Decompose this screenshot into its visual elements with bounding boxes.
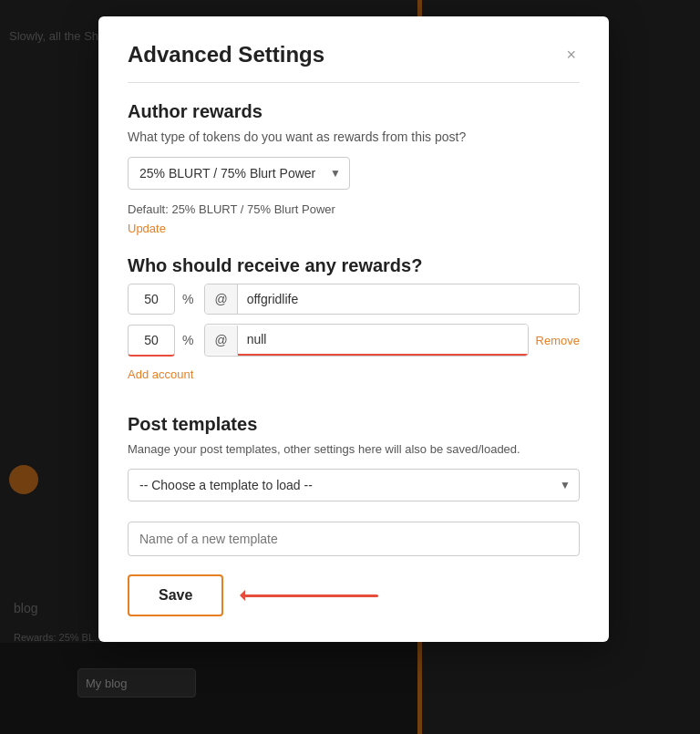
modal-title: Advanced Settings bbox=[128, 42, 324, 67]
percent-input-1[interactable] bbox=[128, 284, 175, 315]
rewards-dropdown[interactable]: 25% BLURT / 75% Blurt Power 100% Blurt P… bbox=[128, 157, 350, 190]
save-button[interactable]: Save bbox=[128, 574, 223, 616]
at-symbol-2: @ bbox=[205, 326, 237, 355]
recipients-title: Who should receive any rewards? bbox=[128, 255, 580, 276]
author-rewards-title: Author rewards bbox=[128, 101, 580, 122]
template-name-input[interactable] bbox=[128, 522, 580, 556]
percent-input-2[interactable] bbox=[128, 325, 175, 357]
recipients-section: Who should receive any rewards? % @ % @ … bbox=[128, 255, 580, 399]
rewards-dropdown-wrapper: 25% BLURT / 75% Blurt Power 100% Blurt P… bbox=[128, 157, 350, 190]
post-templates-section: Post templates Manage your post template… bbox=[128, 414, 580, 556]
recipient-row-1: % @ bbox=[128, 284, 580, 315]
percent-label-2: % bbox=[182, 333, 193, 347]
percent-label-1: % bbox=[182, 292, 193, 306]
modal-header: Advanced Settings × bbox=[128, 42, 580, 67]
template-dropdown[interactable]: -- Choose a template to load -- bbox=[128, 469, 580, 501]
account-input-wrapper-2: @ bbox=[204, 324, 528, 357]
modal-divider bbox=[128, 82, 580, 83]
close-button[interactable]: × bbox=[562, 43, 580, 67]
add-account-link[interactable]: Add account bbox=[128, 367, 193, 381]
account-input-wrapper-1: @ bbox=[204, 284, 580, 315]
recipient-row-2: % @ Remove bbox=[128, 324, 580, 357]
default-rewards-text: Default: 25% BLURT / 75% Blurt Power bbox=[128, 202, 580, 216]
account-input-2[interactable] bbox=[238, 325, 528, 356]
arrow-annotation bbox=[242, 594, 580, 597]
account-input-1[interactable] bbox=[238, 284, 579, 314]
at-symbol-1: @ bbox=[205, 284, 237, 314]
advanced-settings-modal: Advanced Settings × Author rewards What … bbox=[98, 16, 609, 642]
author-rewards-desc: What type of tokens do you want as rewar… bbox=[128, 129, 580, 144]
post-templates-title: Post templates bbox=[128, 414, 580, 435]
update-link[interactable]: Update bbox=[128, 222, 166, 235]
template-dropdown-wrapper: -- Choose a template to load -- ▼ bbox=[128, 469, 580, 501]
post-templates-desc: Manage your post templates, other settin… bbox=[128, 442, 580, 456]
remove-link[interactable]: Remove bbox=[536, 334, 580, 347]
author-rewards-section: Author rewards What type of tokens do yo… bbox=[128, 101, 580, 255]
arrow-line bbox=[242, 594, 378, 597]
save-section: Save bbox=[128, 574, 580, 616]
